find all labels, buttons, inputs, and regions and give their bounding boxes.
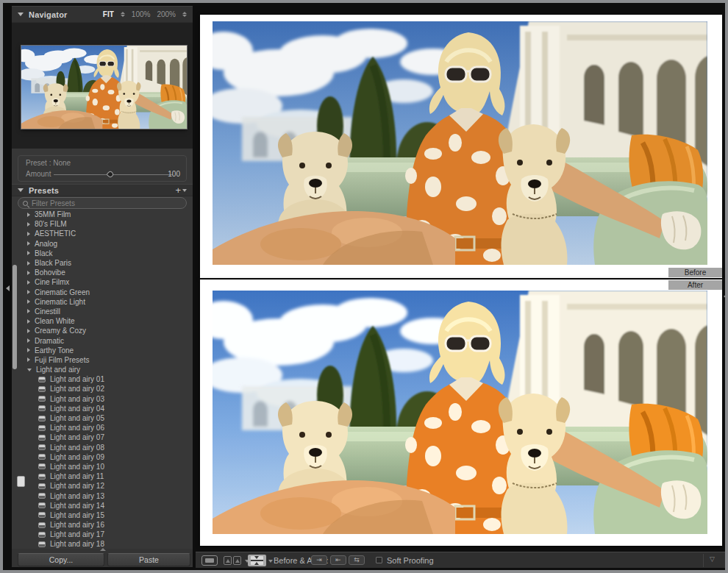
before-after-leftright-button[interactable] [222, 555, 242, 566]
folder-collapse-icon[interactable] [27, 369, 32, 371]
preset-item-row[interactable]: Light and airy 10 [12, 462, 193, 471]
preset-item-row[interactable]: Light and airy 04 [12, 404, 193, 413]
preset-item-row[interactable]: Light and airy 05 [12, 413, 193, 423]
preset-folder-row[interactable]: Earthy Tone [12, 346, 193, 355]
folder-expand-icon[interactable] [27, 319, 30, 324]
zoom-fit-spinner-icon[interactable] [121, 12, 125, 17]
preset-item-row[interactable]: Light and airy 07 [12, 433, 193, 442]
folder-expand-icon[interactable] [27, 222, 30, 227]
folder-expand-icon[interactable] [27, 329, 30, 333]
folder-expand-icon[interactable] [27, 261, 30, 266]
folder-expand-icon[interactable] [27, 290, 30, 294]
left-panel-scrollbar-thumb[interactable] [13, 265, 17, 369]
preset-item-row[interactable]: Light and airy 17 [12, 530, 193, 539]
preset-item-row[interactable]: Light and airy 06 [12, 423, 193, 433]
zoom-200-button[interactable]: 200% [157, 10, 176, 18]
preset-item-row[interactable]: Light and airy 12 [12, 481, 193, 491]
navigator-preview[interactable] [12, 23, 193, 149]
preset-folder-row[interactable]: Creamy & Cozy [12, 326, 193, 335]
preset-thumbnail-icon [38, 425, 46, 431]
preset-folder-row[interactable]: 35MM Film [12, 210, 193, 219]
lightroom-window: Navigator FIT 100% 200% Preset : None Am… [0, 0, 728, 573]
folder-expand-icon[interactable] [27, 309, 30, 313]
before-after-lr-icon [233, 556, 241, 565]
zoom-100-button[interactable]: 100% [132, 10, 151, 18]
folder-expand-icon[interactable] [27, 338, 30, 343]
preset-folder-row[interactable]: Clean White [12, 316, 193, 326]
preset-item-row[interactable]: Light and airy 15 [12, 510, 193, 520]
navigator-thumbnail[interactable] [21, 46, 187, 129]
folder-expand-icon[interactable] [27, 232, 30, 236]
presets-panel-header[interactable]: Presets + [12, 184, 193, 196]
panel-end-notch-icon [100, 548, 106, 551]
folder-expand-icon[interactable] [27, 280, 30, 285]
toolbar-options-chevron-icon[interactable]: ▽ [710, 555, 715, 563]
before-photo[interactable] [213, 21, 707, 265]
preset-folder-row[interactable]: Fuji Film Presets [12, 355, 193, 365]
paste-button[interactable]: Paste [107, 553, 190, 566]
preset-item-row[interactable]: Light and airy 08 [12, 443, 193, 452]
preset-item-row[interactable]: Light and airy 03 [12, 394, 193, 404]
preset-item-row[interactable]: Light and airy 14 [12, 501, 193, 510]
copy-before-to-after-button[interactable]: ⇥ [311, 555, 327, 565]
soft-proofing-checkbox[interactable] [376, 557, 382, 563]
preset-search-box[interactable] [18, 197, 187, 209]
amount-slider-thumb[interactable] [106, 170, 114, 178]
folder-expand-icon[interactable] [27, 251, 30, 255]
folder-expand-icon[interactable] [27, 241, 30, 246]
left-panel-collapse-arrow-icon[interactable] [6, 285, 10, 291]
swap-before-after-button[interactable]: ⇆ [349, 555, 365, 565]
folder-expand-icon[interactable] [27, 271, 30, 275]
preset-folder-row[interactable]: Analog [12, 239, 193, 249]
before-after-lr-icon [224, 556, 232, 565]
preset-folder-row[interactable]: Dramatic [12, 335, 193, 345]
after-photo[interactable] [213, 291, 707, 534]
amount-slider[interactable] [54, 170, 173, 179]
preset-thumbnail-icon [38, 541, 46, 547]
preset-folder-row[interactable]: Cinematic Light [12, 297, 193, 307]
preset-folder-row[interactable]: 80's FILM [12, 219, 193, 229]
copy-button[interactable]: Copy... [18, 553, 104, 566]
preset-item-row[interactable]: Light and airy 01 [12, 374, 193, 384]
preset-folder-row[interactable]: AESTHETIC [12, 229, 193, 238]
preset-item-row[interactable]: Light and airy 16 [12, 520, 193, 530]
preset-folder-row[interactable]: Black Paris [12, 258, 193, 268]
navigator-panel-header[interactable]: Navigator FIT 100% 200% [12, 6, 193, 23]
preset-folder-row[interactable]: Black [12, 249, 193, 258]
preset-item-row[interactable]: Light and airy 11 [12, 471, 193, 481]
folder-expand-icon[interactable] [27, 299, 30, 304]
preset-thumbnail-icon [38, 502, 46, 508]
add-preset-caret-icon[interactable] [182, 189, 187, 192]
preset-item-row[interactable]: Light and airy 02 [12, 384, 193, 394]
split-mode-caret-icon[interactable] [268, 560, 273, 563]
before-after-topbottom-button[interactable] [248, 555, 266, 566]
copy-after-to-before-button[interactable]: ⇤ [330, 555, 346, 565]
preset-thumbnail-icon [38, 493, 46, 499]
loupe-icon [205, 558, 214, 563]
navigator-collapse-icon[interactable] [18, 13, 24, 16]
right-panel-reveal-arrow-icon[interactable] [724, 293, 727, 299]
zoom-fit-button[interactable]: FIT [103, 10, 114, 18]
amount-value: 100 [168, 170, 180, 178]
zoom-ratio-spinner-icon[interactable] [182, 12, 187, 17]
loupe-view-button[interactable] [201, 555, 218, 566]
presets-collapse-icon[interactable] [18, 188, 24, 192]
add-preset-button[interactable]: + [175, 187, 181, 194]
preset-folder-row[interactable]: Cinestill [12, 307, 193, 316]
folder-expand-icon[interactable] [27, 357, 30, 362]
left-panel-scrollbar-handle[interactable] [17, 476, 25, 487]
folder-expand-icon[interactable] [27, 348, 30, 352]
bottom-toolbar: Before & After : ⇥ ⇤ ⇆ Soft Proofing ▽ [196, 552, 728, 568]
preset-list: 35MM Film 80's FILM AESTHETIC An [12, 210, 193, 549]
preset-thumbnail-icon [38, 454, 46, 460]
preset-folder-row[interactable]: Bohovibe [12, 268, 193, 277]
preset-search-input[interactable] [32, 199, 182, 207]
preset-folder-row[interactable]: Cinematic Green [12, 288, 193, 297]
preset-folder-row[interactable]: Cine Filmx [12, 277, 193, 287]
preset-amount-box: Preset : None Amount 100 [18, 155, 187, 182]
folder-expand-icon[interactable] [27, 213, 30, 217]
preset-thumbnail-icon [38, 444, 46, 450]
preset-item-row[interactable]: Light and airy 09 [12, 452, 193, 462]
preset-item-row[interactable]: Light and airy 13 [12, 491, 193, 500]
preset-folder-row-expanded[interactable]: Light and airy [12, 365, 193, 374]
